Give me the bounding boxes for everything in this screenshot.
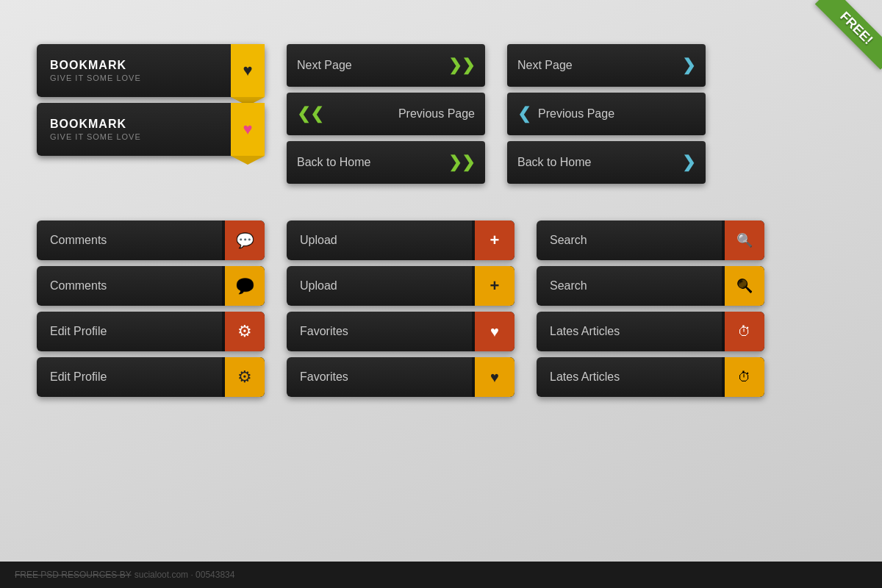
heart-icon-yellow: ♥	[490, 369, 499, 386]
favorites-yellow-label: Favorites	[287, 370, 475, 384]
editprofile-orange-icon-box: ⚙	[225, 312, 265, 351]
search-orange-label: Search	[537, 234, 725, 247]
favorites-orange-icon-box: ♥	[475, 312, 514, 351]
back-home-blue-label: Back to Home	[517, 156, 591, 169]
search-yellow-icon-box: 🔍	[725, 266, 764, 306]
bookmark-button-2[interactable]: BOOKMARK GIVE IT SOME LOVE ♥	[37, 103, 265, 156]
action-group-col2: Upload + Upload + Favorites ♥ Favorites	[287, 220, 514, 397]
plus-icon-yellow: +	[490, 276, 500, 295]
favorites-yellow-icon-box: ♥	[475, 357, 514, 397]
bookmark-subtitle-2: GIVE IT SOME LOVE	[50, 132, 231, 141]
bookmark-text-2: BOOKMARK GIVE IT SOME LOVE	[37, 118, 231, 141]
plus-icon-orange: +	[490, 231, 500, 250]
search-orange-button[interactable]: Search 🔍	[537, 220, 764, 260]
search-yellow-button[interactable]: Search 🔍	[537, 266, 764, 306]
comments-orange-icon-box: 💬	[225, 220, 265, 260]
footer-strikethrough: FREE PSD RESOURCES BY	[15, 570, 132, 580]
heart-icon-2: ♥	[243, 120, 252, 139]
prev-page-green-label: Previous Page	[398, 107, 475, 121]
bookmark-tab-1: ♥	[231, 44, 265, 97]
nav-group-green: Next Page ❯❯ ❮❮ Previous Page Back to Ho…	[287, 44, 485, 184]
prev-page-blue-button[interactable]: ❮ Previous Page	[507, 93, 706, 135]
next-page-blue-label: Next Page	[517, 59, 573, 72]
free-ribbon: FREE!	[794, 0, 882, 88]
nav-group-blue: Next Page ❯ ❮ Previous Page Back to Home…	[507, 44, 706, 184]
clock-icon-yellow: ⏱	[738, 370, 751, 385]
action-group-col1: Comments 💬 Comments 💬 Edit Profile ⚙ Edi…	[37, 220, 265, 397]
bookmark-tab-2: ♥	[231, 103, 265, 156]
actions-row: Comments 💬 Comments 💬 Edit Profile ⚙ Edi…	[37, 220, 845, 397]
latesarticles-yellow-icon-box: ⏱	[725, 357, 764, 397]
editprofile-yellow-button[interactable]: Edit Profile ⚙	[37, 357, 265, 397]
bookmark-subtitle-1: GIVE IT SOME LOVE	[50, 74, 231, 82]
gear-icon-yellow: ⚙	[237, 368, 252, 387]
latesarticles-yellow-label: Lates Articles	[537, 370, 725, 384]
next-page-blue-button[interactable]: Next Page ❯	[507, 44, 706, 87]
comments-yellow-icon-box: 💬	[225, 266, 265, 306]
favorites-orange-button[interactable]: Favorites ♥	[287, 312, 514, 351]
comments-orange-button[interactable]: Comments 💬	[37, 220, 265, 260]
search-yellow-label: Search	[537, 279, 725, 293]
prev-page-blue-label: Previous Page	[538, 107, 695, 121]
next-page-green-label: Next Page	[297, 59, 352, 72]
editprofile-yellow-icon-box: ⚙	[225, 357, 265, 397]
editprofile-orange-button[interactable]: Edit Profile ⚙	[37, 312, 265, 351]
upload-orange-icon-box: +	[475, 220, 514, 260]
latesarticles-orange-label: Lates Articles	[537, 325, 725, 338]
gear-icon-orange: ⚙	[237, 322, 252, 341]
upload-orange-button[interactable]: Upload +	[287, 220, 514, 260]
search-icon-yellow: 🔍	[736, 278, 753, 294]
bookmark-title-1: BOOKMARK	[50, 59, 231, 72]
next-chevron-green-icon: ❯❯	[448, 56, 475, 75]
back-home-green-button[interactable]: Back to Home ❯❯	[287, 141, 485, 184]
chat-icon-orange: 💬	[236, 232, 254, 249]
upload-yellow-button[interactable]: Upload +	[287, 266, 514, 306]
back-home-chevron-green-icon: ❯❯	[448, 153, 475, 172]
heart-icon-1: ♥	[243, 61, 252, 80]
prev-chevron-blue-icon: ❮	[517, 104, 531, 123]
back-home-blue-button[interactable]: Back to Home ❯	[507, 141, 706, 184]
bookmark-button-1[interactable]: BOOKMARK GIVE IT SOME LOVE ♥	[37, 44, 265, 97]
bookmark-text-1: BOOKMARK GIVE IT SOME LOVE	[37, 59, 231, 82]
prev-chevron-green-icon: ❮❮	[297, 104, 323, 123]
action-group-col3: Search 🔍 Search 🔍 Lates Articles ⏱ Lates…	[537, 220, 764, 397]
footer-bar: FREE PSD RESOURCES BY sucialoot.com · 00…	[0, 562, 882, 588]
favorites-orange-label: Favorites	[287, 325, 475, 338]
comments-yellow-label: Comments	[37, 279, 225, 293]
editprofile-orange-label: Edit Profile	[37, 325, 225, 338]
upload-yellow-icon-box: +	[475, 266, 514, 306]
back-home-chevron-blue-icon: ❯	[682, 153, 695, 172]
latesarticles-yellow-button[interactable]: Lates Articles ⏱	[537, 357, 764, 397]
back-home-green-label: Back to Home	[297, 156, 370, 169]
latesarticles-orange-icon-box: ⏱	[725, 312, 764, 351]
latesarticles-orange-button[interactable]: Lates Articles ⏱	[537, 312, 764, 351]
chat-icon-yellow: 💬	[236, 277, 254, 295]
favorites-yellow-button[interactable]: Favorites ♥	[287, 357, 514, 397]
top-row: BOOKMARK GIVE IT SOME LOVE ♥ BOOKMARK GI…	[37, 44, 845, 184]
search-icon-orange: 🔍	[736, 232, 753, 248]
bookmark-title-2: BOOKMARK	[50, 118, 231, 131]
free-ribbon-label: FREE!	[815, 0, 882, 70]
main-content: BOOKMARK GIVE IT SOME LOVE ♥ BOOKMARK GI…	[0, 0, 882, 412]
search-orange-icon-box: 🔍	[725, 220, 764, 260]
upload-orange-label: Upload	[287, 234, 475, 247]
next-chevron-blue-icon: ❯	[682, 56, 695, 75]
footer-normal: sucialoot.com · 00543834	[135, 570, 235, 580]
comments-orange-label: Comments	[37, 234, 225, 247]
prev-page-green-button[interactable]: ❮❮ Previous Page	[287, 93, 485, 135]
upload-yellow-label: Upload	[287, 279, 475, 293]
heart-icon-orange: ♥	[490, 323, 499, 340]
comments-yellow-button[interactable]: Comments 💬	[37, 266, 265, 306]
editprofile-yellow-label: Edit Profile	[37, 370, 225, 384]
bookmark-group: BOOKMARK GIVE IT SOME LOVE ♥ BOOKMARK GI…	[37, 44, 265, 156]
next-page-green-button[interactable]: Next Page ❯❯	[287, 44, 485, 87]
clock-icon-orange: ⏱	[738, 324, 751, 340]
